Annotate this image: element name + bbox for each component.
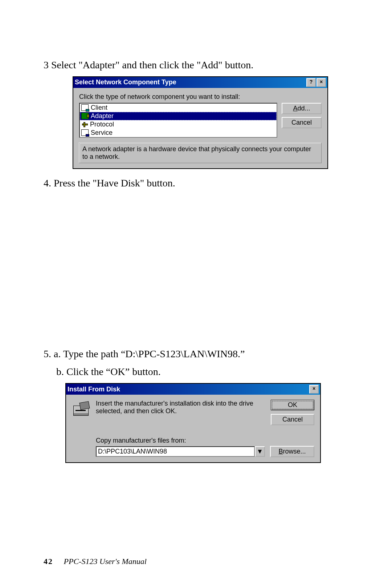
- copy-from-label: Copy manufacturer's files from:: [96, 437, 314, 444]
- close-icon[interactable]: ×: [317, 78, 326, 87]
- component-listbox[interactable]: Client Adapter Protocol Service: [79, 103, 277, 138]
- list-item-adapter[interactable]: Adapter: [80, 112, 277, 120]
- list-item-label: Client: [91, 104, 107, 112]
- list-item-label: Service: [91, 129, 113, 137]
- dialog1-titlebar: Select Network Component Type ? ×: [73, 77, 327, 88]
- help-icon[interactable]: ?: [306, 78, 316, 87]
- list-item-client[interactable]: Client: [80, 104, 277, 112]
- add-button[interactable]: Add...: [282, 103, 322, 114]
- dialog2-instruction: Insert the manufacturer's installation d…: [96, 400, 266, 425]
- disk-icon: [72, 402, 91, 418]
- component-description: A network adapter is a hardware device t…: [79, 143, 322, 163]
- dialog1-title: Select Network Component Type: [75, 78, 306, 86]
- list-item-service[interactable]: Service: [80, 129, 277, 137]
- service-icon: [81, 129, 89, 136]
- path-input[interactable]: [96, 446, 255, 457]
- path-combobox[interactable]: ▼: [96, 446, 265, 457]
- protocol-icon: [81, 121, 88, 127]
- chevron-down-icon[interactable]: ▼: [255, 446, 265, 457]
- step-3: 3 Select "Adapter" and then click the "A…: [44, 58, 348, 72]
- dialog2-titlebar: Install From Disk ×: [66, 384, 320, 395]
- page-footer: 42 PPC-S123 User's Manual: [44, 557, 147, 566]
- step-5b: b. Click the “OK” button.: [44, 365, 348, 379]
- browse-button[interactable]: Browse...: [270, 446, 314, 457]
- list-item-label: Adapter: [91, 112, 114, 120]
- adapter-icon: [81, 113, 89, 119]
- page-number: 42: [44, 557, 53, 566]
- ok-button[interactable]: OK: [271, 400, 314, 410]
- close-icon[interactable]: ×: [309, 385, 319, 394]
- install-from-disk-dialog: Install From Disk × Insert the manufactu…: [65, 383, 321, 463]
- book-title: PPC-S123 User's Manual: [64, 557, 147, 566]
- list-item-protocol[interactable]: Protocol: [80, 120, 277, 129]
- cancel-button[interactable]: Cancel: [282, 117, 322, 128]
- dialog2-title: Install From Disk: [68, 386, 309, 393]
- cancel-button[interactable]: Cancel: [271, 414, 314, 425]
- list-item-label: Protocol: [90, 121, 114, 128]
- step-5a: 5. a. Type the path “D:\PPC-S123\LAN\WIN…: [44, 347, 348, 361]
- select-network-component-dialog: Select Network Component Type ? × Click …: [73, 76, 328, 169]
- step-4: 4. Press the "Have Disk" button.: [44, 176, 348, 190]
- dialog1-instruction: Click the type of network component you …: [79, 93, 322, 101]
- client-icon: [81, 104, 89, 111]
